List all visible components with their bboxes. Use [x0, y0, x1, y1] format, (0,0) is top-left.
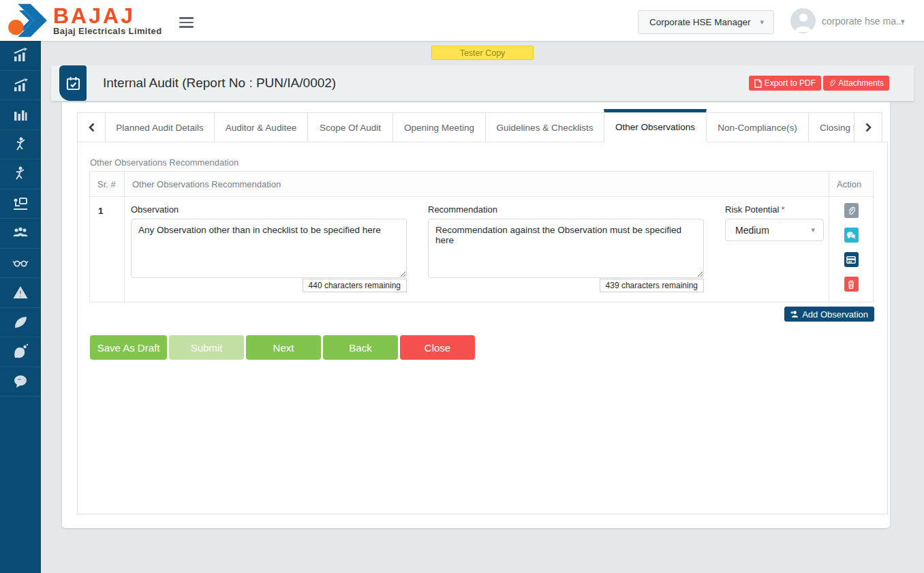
trash-icon — [847, 280, 855, 289]
row-action-buttons — [829, 203, 873, 292]
brand-name: BAJAJ — [53, 5, 162, 26]
page-title-bar: Internal Audit (Report No : PUN/IA/0002)… — [51, 65, 914, 101]
recommendation-input[interactable]: Recommendation against the Observation m… — [428, 219, 704, 278]
activity-person-icon — [12, 136, 29, 153]
app-header: BAJAJ Bajaj Electricals Limited Corporat… — [0, 0, 924, 41]
sidebar-item-spectacles[interactable] — [0, 249, 41, 279]
sidebar-item-activity-person[interactable] — [0, 130, 41, 160]
risk-potential-select[interactable]: Medium ▾ — [725, 219, 824, 241]
add-observation-label: Add Observation — [802, 309, 868, 320]
tab-guidelines-checklists[interactable]: Guidelines & Checklists — [485, 112, 604, 142]
delete-action-button[interactable] — [844, 277, 859, 292]
sidebar-item-question-bubble[interactable]: ? — [0, 367, 41, 397]
person-plus-icon — [790, 310, 800, 318]
attachments-label: Attachments — [838, 78, 884, 88]
attachments-button[interactable]: Attachments — [823, 76, 889, 91]
observation-input[interactable]: Any Observation other than in checklist … — [131, 219, 407, 278]
svg-text:?: ? — [22, 377, 27, 384]
person-silhouette-icon — [794, 12, 813, 32]
sidebar-item-workstation[interactable] — [0, 189, 41, 219]
calendar-check-icon — [59, 65, 87, 101]
growth-chart-alt-icon — [12, 77, 29, 93]
observation-char-counter: 440 characters remaining — [303, 279, 407, 292]
page-title: Internal Audit (Report No : PUN/IA/0002) — [103, 65, 336, 101]
chevron-left-icon — [89, 123, 95, 132]
growth-chart-icon — [12, 47, 29, 63]
row-serial-number: 1 — [90, 197, 125, 303]
tabs-scroll-right-button[interactable] — [854, 112, 882, 142]
risk-potential-label-text: Risk Potential — [725, 204, 779, 215]
sidebar-item-people-group[interactable] — [0, 219, 41, 249]
tab-other-observations[interactable]: Other Observations — [604, 109, 707, 142]
thinking-head-icon — [12, 343, 29, 360]
recommendation-char-counter: 439 characters remaining — [600, 279, 704, 292]
risk-potential-label: Risk Potential* — [725, 204, 824, 215]
sidebar-nav: ? — [0, 41, 41, 573]
table-row: 1 Observation Any Observation other than… — [90, 197, 874, 303]
section-label: Other Observations Recommendation — [90, 157, 238, 168]
tabs-scroll-left-button[interactable] — [77, 112, 106, 142]
observation-field-group: Observation Any Observation other than i… — [131, 204, 407, 292]
tab-planned-audit-details[interactable]: Planned Audit Details — [105, 112, 215, 142]
details-card-action-button[interactable] — [844, 252, 859, 267]
add-observation-button[interactable]: Add Observation — [784, 307, 874, 322]
chevron-down-icon: ▾ — [811, 226, 815, 234]
bar-chart-icon — [12, 106, 29, 123]
chevron-down-icon: ▾ — [760, 18, 764, 27]
question-bubble-icon: ? — [12, 373, 29, 390]
bajaj-logo-mark — [7, 3, 49, 38]
pdf-file-icon — [754, 79, 762, 88]
submit-button[interactable]: Submit — [169, 335, 244, 360]
username-label[interactable]: corporate hse ma... — [822, 16, 904, 27]
export-to-pdf-label: Export to PDF — [765, 78, 816, 88]
workstation-person-icon — [12, 196, 29, 212]
tab-non-compliances[interactable]: Non-Compliance(s) — [706, 112, 809, 142]
user-menu-chevron-icon[interactable]: ▾ — [901, 17, 905, 26]
sidebar-item-warning[interactable] — [0, 278, 41, 308]
sidebar-item-bar-chart[interactable] — [0, 100, 41, 130]
back-button[interactable]: Back — [323, 335, 398, 360]
attachment-action-button[interactable] — [844, 203, 859, 218]
comments-action-button[interactable] — [844, 228, 859, 243]
activity-person-alt-icon — [12, 166, 29, 182]
comments-icon — [846, 231, 856, 240]
role-select[interactable]: Corporate HSE Manager ▾ — [638, 10, 774, 34]
tab-opening-meeting[interactable]: Opening Meeting — [392, 112, 486, 142]
required-asterisk: * — [781, 204, 784, 215]
tab-scope-of-audit[interactable]: Scope Of Audit — [307, 112, 393, 142]
column-header-main: Other Observations Recommendation — [125, 172, 829, 197]
paperclip-icon — [829, 79, 835, 88]
close-button[interactable]: Close — [400, 335, 475, 360]
tab-auditor-auditee[interactable]: Auditor & Auditee — [214, 112, 308, 142]
sidebar-item-growth-chart[interactable] — [0, 41, 41, 71]
sidebar-item-thinking-head[interactable] — [0, 337, 41, 367]
footer-buttons: Save As Draft Submit Next Back Close — [90, 335, 475, 360]
people-group-icon — [12, 225, 29, 241]
save-as-draft-button[interactable]: Save As Draft — [90, 335, 167, 360]
spectacles-icon — [12, 255, 29, 271]
main-content-card: Planned Audit Details Auditor & Auditee … — [62, 102, 890, 528]
menu-icon[interactable] — [179, 17, 194, 31]
recommendation-label: Recommendation — [428, 204, 704, 215]
risk-potential-value: Medium — [735, 225, 811, 236]
tab-content-panel: Other Observations Recommendation Sr. # … — [77, 142, 888, 514]
brand-subtitle: Bajaj Electricals Limited — [53, 26, 162, 36]
card-details-icon — [846, 255, 856, 264]
tab-closing-meeting[interactable]: Closing Meeting — [808, 112, 854, 142]
export-to-pdf-button[interactable]: Export to PDF — [749, 76, 821, 91]
role-select-value: Corporate HSE Manager — [649, 17, 760, 27]
column-header-sr: Sr. # — [90, 172, 125, 197]
attachment-icon — [847, 206, 855, 215]
column-header-action: Action — [829, 172, 874, 197]
recommendation-field-group: Recommendation Recommendation against th… — [428, 204, 704, 292]
chevron-right-icon — [865, 123, 872, 132]
next-button[interactable]: Next — [246, 335, 321, 360]
sidebar-item-activity-person-alt[interactable] — [0, 159, 41, 189]
leaf-icon — [12, 314, 29, 330]
sidebar-item-growth-chart-alt[interactable] — [0, 71, 41, 101]
avatar[interactable] — [790, 8, 816, 33]
brand-logo: BAJAJ Bajaj Electricals Limited — [7, 3, 162, 38]
sidebar-item-leaf[interactable] — [0, 308, 41, 338]
tester-copy-badge: Tester Copy — [431, 46, 534, 60]
observations-table: Sr. # Other Observations Recommendation … — [89, 171, 874, 303]
